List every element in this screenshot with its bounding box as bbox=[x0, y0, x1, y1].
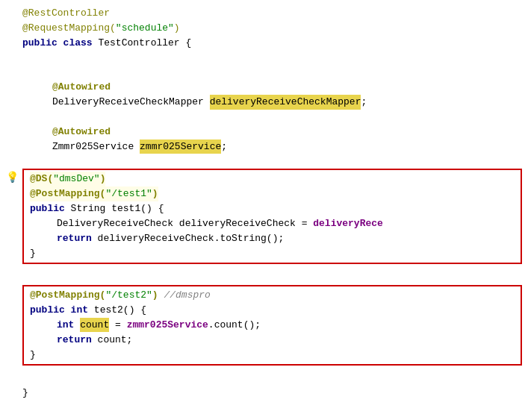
keyword-return-1: return bbox=[57, 231, 98, 246]
code-line-11 bbox=[0, 154, 525, 169]
box1-line-4: DeliveryReceiveCheck deliveryReceiveChec… bbox=[27, 216, 518, 231]
red-box-1-content: @DS("dmsDev") @PostMapping("/test1") pub… bbox=[22, 169, 522, 264]
var-count: count bbox=[80, 318, 109, 333]
code-line-8 bbox=[0, 110, 525, 125]
keyword-public-3: public bbox=[30, 303, 71, 318]
string-schedule: "schedule" bbox=[116, 21, 174, 36]
code-line-1: @RestController bbox=[0, 6, 525, 21]
field-zmmr-service: zmmr025Service bbox=[140, 140, 221, 154]
code-line-after bbox=[0, 372, 525, 386]
box2-line-2: public int test2() { bbox=[27, 303, 518, 318]
return-value-1: deliveryReceiveCheck.toString(); bbox=[98, 231, 285, 246]
type-string: String test1() { bbox=[71, 201, 164, 216]
code-line-2: @RequestMapping("schedule") bbox=[0, 21, 525, 36]
keyword-int-2: int bbox=[57, 318, 80, 333]
code-line-10: Zmmr025Service zmmr025Service; bbox=[0, 140, 525, 154]
code-line-5 bbox=[0, 66, 525, 81]
method-test2: test2() { bbox=[94, 303, 146, 318]
annotation-autowired-2: @Autowired bbox=[52, 125, 111, 140]
box1-line-1: @DS("dmsDev") bbox=[27, 172, 518, 187]
annotation-rest-controller: @RestController bbox=[22, 6, 110, 21]
box2-line-4: return count; bbox=[27, 333, 518, 348]
method-call-delivery: deliveryRece bbox=[313, 216, 383, 231]
code-line-6: @Autowired bbox=[0, 80, 525, 95]
annotation-request-mapping: @RequestMapping( bbox=[22, 21, 116, 36]
string-test2: "/test2" bbox=[105, 288, 152, 303]
code-line-closing: } bbox=[0, 386, 525, 401]
type-zmmr-service: Zmmr025Service bbox=[52, 140, 140, 154]
box2-line-3: int count = zmmr025Service.count(); bbox=[27, 318, 518, 333]
box1-line-5: return deliveryReceiveCheck.toString(); bbox=[27, 231, 518, 246]
return-count: count; bbox=[98, 333, 133, 348]
lightbulb-icon: 💡 bbox=[6, 170, 19, 186]
code-editor: @RestController @RequestMapping("schedul… bbox=[0, 0, 525, 420]
keyword-class: class bbox=[63, 36, 99, 51]
brace-close-1: } bbox=[30, 246, 36, 261]
keyword-int: int bbox=[71, 303, 94, 318]
method-zmmr-count: zmmr025Service bbox=[127, 318, 208, 333]
brace-close-2: } bbox=[30, 348, 36, 363]
box2-line-1: @PostMapping("/test2") //dmspro bbox=[27, 288, 518, 303]
class-closing-brace: } bbox=[22, 386, 28, 401]
keyword-public-2: public bbox=[30, 201, 71, 216]
box1-line-6: } bbox=[27, 246, 518, 261]
box1-line-2: @PostMapping("/test1") bbox=[27, 187, 518, 201]
annotation-postmapping-2: @PostMapping( bbox=[30, 288, 105, 303]
comment-dmspro: //dmspro bbox=[164, 288, 210, 303]
type-delivery-mapper: DeliveryReceiveCheckMapper bbox=[52, 95, 210, 110]
string-test1: "/test1" bbox=[105, 187, 152, 201]
red-box-2-content: @PostMapping("/test2") //dmspro public i… bbox=[22, 285, 522, 366]
box1-line-3: public String test1() { bbox=[27, 201, 518, 216]
keyword-return-2: return bbox=[57, 333, 98, 348]
string-dmsdev: "dmsDev" bbox=[53, 172, 99, 187]
red-box-2: @PostMapping("/test2") //dmspro public i… bbox=[22, 285, 522, 366]
class-name: TestController { bbox=[98, 36, 191, 51]
code-line-between bbox=[0, 270, 525, 285]
field-delivery-mapper: deliveryReceiveCheckMapper bbox=[210, 95, 361, 110]
code-line-9: @Autowired bbox=[0, 125, 525, 140]
box2-line-5: } bbox=[27, 348, 518, 363]
code-line-7: DeliveryReceiveCheckMapper deliveryRecei… bbox=[0, 95, 525, 110]
type-delivery-check: DeliveryReceiveCheck deliveryReceiveChec… bbox=[57, 216, 313, 231]
annotation-ds: @DS( bbox=[30, 172, 53, 187]
code-line-3: public class TestController { bbox=[0, 36, 525, 51]
code-line-4 bbox=[0, 51, 525, 66]
keyword-public: public bbox=[22, 36, 63, 51]
annotation-autowired-1: @Autowired bbox=[52, 80, 111, 95]
annotation-postmapping-1: @PostMapping( bbox=[30, 187, 105, 201]
red-box-1: 💡 @DS("dmsDev") @PostMapping("/test1") p… bbox=[22, 169, 522, 264]
